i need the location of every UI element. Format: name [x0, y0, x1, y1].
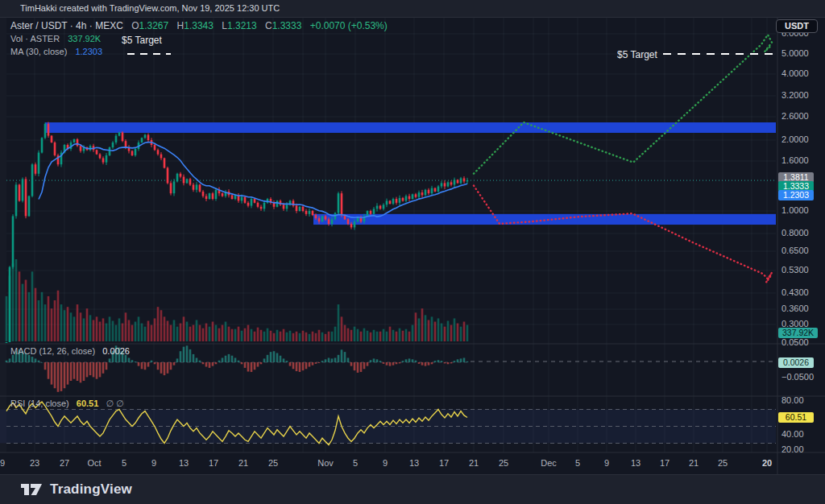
open-label: O: [131, 20, 139, 31]
time-axis-label[interactable]: 5: [575, 458, 580, 468]
symbol-legend-row[interactable]: Aster / USDT · 4h · MEXC O1.3267 H1.3343…: [10, 19, 388, 32]
rsi-axis-label[interactable]: 40.00: [781, 429, 804, 439]
grid-vertical: [35, 18, 767, 452]
time-axis-label[interactable]: Dec: [541, 458, 557, 468]
currency-toggle-button[interactable]: USDT: [776, 19, 818, 33]
macd-axis-label[interactable]: 0.0500: [781, 337, 809, 347]
rsi-label: RSI (14, close): [10, 399, 69, 408]
brand-bar: TradingView: [0, 475, 825, 504]
time-axis-label[interactable]: 21: [689, 458, 699, 468]
price-axis-label[interactable]: 0.8000: [781, 228, 809, 238]
time-axis-label[interactable]: 9: [604, 458, 609, 468]
price-axis-label[interactable]: 1.0000: [781, 205, 809, 215]
time-axis-label[interactable]: 9: [151, 458, 156, 468]
time-axis-label[interactable]: 21: [238, 458, 248, 468]
tradingview-logo-icon[interactable]: [20, 481, 43, 498]
price-zones[interactable]: [45, 122, 776, 225]
ma-value: 1.2303: [75, 47, 102, 56]
time-axis-label[interactable]: 17: [439, 458, 449, 468]
ma-label: MA (30, close): [10, 47, 67, 56]
time-axis-label[interactable]: Oct: [87, 458, 101, 468]
time-axis-label[interactable]: 13: [179, 458, 189, 468]
rsi-settings-icons[interactable]: ∅ ∅: [106, 399, 123, 408]
price-axis-label[interactable]: 0.6500: [781, 246, 809, 255]
price-axis-label[interactable]: 2.0000: [781, 134, 809, 144]
open-value: 1.3267: [139, 20, 169, 31]
time-axis-label[interactable]: 13: [409, 458, 419, 468]
change-value: +0.0070 (+0.53%): [310, 20, 388, 31]
legend: Aster / USDT · 4h · MEXC O1.3267 H1.3343…: [10, 19, 388, 58]
low-value: 1.3213: [227, 20, 257, 31]
time-axis-label[interactable]: 27: [60, 458, 69, 468]
macd-axis-label[interactable]: −0.0500: [781, 372, 814, 382]
symbol-title[interactable]: Aster / USDT · 4h · MEXC: [10, 20, 123, 31]
price-axis-label[interactable]: 0.3600: [781, 304, 809, 313]
volume-legend-row[interactable]: Vol · ASTER 337.92K: [10, 32, 388, 45]
time-axis-label[interactable]: 17: [209, 458, 218, 468]
volume-bars: [6, 259, 469, 341]
rsi-axis-label[interactable]: 80.00: [781, 395, 804, 405]
price-axis-label[interactable]: 2.6000: [781, 111, 809, 121]
volume-value: 337.92K: [68, 34, 101, 43]
price-badge: 60.51: [778, 412, 814, 423]
time-axis-label[interactable]: 5: [353, 458, 358, 468]
price-axis-label[interactable]: 0.4300: [781, 287, 809, 297]
price-axis-label[interactable]: 1.6000: [781, 155, 809, 165]
price-badge: 0.0026: [778, 357, 814, 368]
candlestick-series[interactable]: [6, 122, 469, 343]
price-badge: 1.2303: [778, 190, 814, 200]
attribution-bar: TimHakki created with TradingView.com, N…: [0, 0, 825, 17]
brand-name[interactable]: TradingView: [50, 481, 132, 498]
target-label-right[interactable]: $5 Target: [617, 49, 657, 60]
price-axis-label[interactable]: 4.0000: [781, 68, 809, 78]
tradingview-chart-app: TimHakki created with TradingView.com, N…: [0, 0, 825, 504]
time-axis-label[interactable]: 20: [762, 458, 772, 468]
rsi-axis-label[interactable]: 20.00: [781, 444, 804, 454]
high-label: H: [177, 20, 184, 31]
time-axis-label[interactable]: 5: [122, 458, 126, 468]
time-axis-label[interactable]: 17: [660, 458, 670, 468]
projection-bearish[interactable]: [474, 186, 772, 283]
high-value: 1.3343: [184, 20, 214, 31]
time-axis-label[interactable]: 25: [268, 458, 278, 468]
time-axis-label[interactable]: 23: [30, 458, 39, 468]
macd-legend-row[interactable]: MACD (12, 26, close) 0.0026: [10, 346, 130, 356]
chart-canvas[interactable]: [0, 0, 825, 504]
close-label: C: [265, 20, 272, 31]
time-axis-label[interactable]: Nov: [317, 458, 334, 468]
attribution-text: TimHakki created with TradingView.com, N…: [20, 3, 280, 13]
price-axis-label[interactable]: 5.0000: [781, 48, 809, 58]
time-axis-label[interactable]: 25: [718, 458, 728, 468]
time-axis-label[interactable]: 13: [631, 458, 641, 468]
macd-label: MACD (12, 26, close): [10, 346, 95, 356]
rsi-value: 60.51: [77, 399, 99, 408]
rsi-legend-row[interactable]: RSI (14, close) 60.51 ∅ ∅: [10, 399, 124, 409]
low-label: L: [222, 20, 227, 31]
price-axis-label[interactable]: 3.2000: [781, 90, 809, 100]
price-axis-label[interactable]: 0.5300: [781, 265, 809, 275]
time-axis-label[interactable]: 25: [499, 458, 508, 468]
time-axis-label[interactable]: 9: [383, 458, 388, 468]
target-label-left[interactable]: $5 Target: [122, 35, 162, 46]
volume-label: Vol · ASTER: [10, 34, 60, 43]
time-axis-label[interactable]: 9: [0, 458, 5, 468]
ma-line[interactable]: [39, 143, 467, 218]
macd-value: 0.0026: [102, 346, 130, 356]
ma-legend-row[interactable]: MA (30, close) 1.2303: [10, 45, 388, 58]
close-value: 1.3333: [272, 20, 302, 31]
price-badge: 337.92K: [778, 328, 818, 338]
grid-horizontal: [6, 34, 776, 324]
time-axis-label[interactable]: 21: [469, 458, 479, 468]
